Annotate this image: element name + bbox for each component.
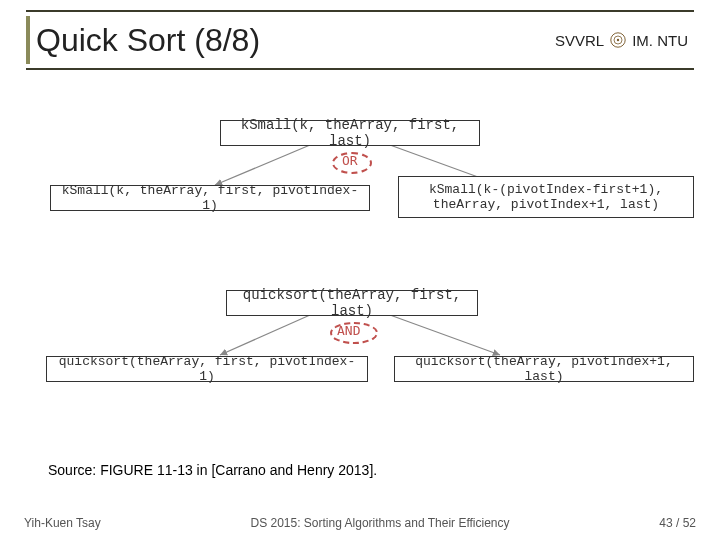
footer-course: DS 2015: Sorting Algorithms and Their Ef…	[250, 516, 509, 530]
title-right: SVVRL IM. NTU	[555, 32, 694, 49]
slide: Quick Sort (8/8) SVVRL IM. NTU	[0, 0, 720, 540]
title-left: Quick Sort (8/8)	[26, 16, 260, 64]
ksmall-right-box: kSmall(k-(pivotIndex-first+1), theArray,…	[398, 176, 694, 218]
ksmall-left-box: kSmall(k, theArray, first, pivotIndex-1)	[50, 185, 370, 211]
ksmall-root-box: kSmall(k, theArray, first, last)	[220, 120, 480, 146]
slide-title: Quick Sort (8/8)	[36, 22, 260, 59]
or-label: OR	[342, 153, 358, 168]
quicksort-right-box: quicksort(theArray, pivotIndex+1, last)	[394, 356, 694, 382]
footer: Yih-Kuen Tsay DS 2015: Sorting Algorithm…	[24, 516, 696, 530]
svg-line-3	[215, 145, 310, 185]
svg-line-6	[390, 315, 500, 355]
svg-point-2	[617, 39, 619, 41]
source-citation: Source: FIGURE 11-13 in [Carrano and Hen…	[48, 462, 377, 478]
and-label: AND	[337, 323, 360, 338]
org-name: IM. NTU	[632, 32, 688, 49]
quicksort-root-box: quicksort(theArray, first, last)	[226, 290, 478, 316]
quicksort-left-box: quicksort(theArray, first, pivotIndex-1)	[46, 356, 368, 382]
lab-name: SVVRL	[555, 32, 604, 49]
svg-line-5	[220, 315, 310, 355]
title-bar: Quick Sort (8/8) SVVRL IM. NTU	[26, 10, 694, 70]
footer-author: Yih-Kuen Tsay	[24, 516, 101, 530]
footer-page: 43 / 52	[659, 516, 696, 530]
title-accent	[26, 16, 30, 64]
ntu-logo-icon	[610, 32, 626, 48]
